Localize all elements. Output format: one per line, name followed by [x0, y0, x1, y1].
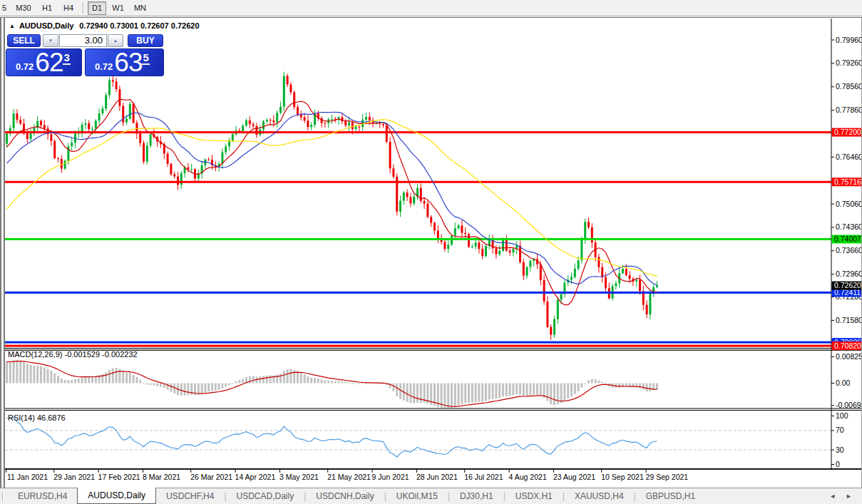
svg-text:21 May 2021: 21 May 2021	[327, 473, 371, 481]
sell-price-big: 62	[35, 50, 63, 76]
svg-text:0.75060: 0.75060	[836, 200, 862, 208]
chart-canvas[interactable]: MACD(12,26,9) -0.001529 -0.002232RSI(14)…	[0, 18, 862, 488]
tab-usdx-h1[interactable]: USDX,H1	[506, 488, 563, 504]
volume-increase-button[interactable]: ▲	[108, 34, 123, 47]
svg-text:17 Feb 2021: 17 Feb 2021	[98, 473, 140, 481]
svg-text:28 Jun 2021: 28 Jun 2021	[416, 473, 458, 481]
window-border-left-edge	[4, 18, 5, 488]
tab-xauusd-h4[interactable]: XAUUSD,H4	[565, 488, 634, 504]
sell-price-sup: 3	[63, 51, 70, 65]
svg-text:0.78560: 0.78560	[836, 82, 862, 91]
chart-title: ▲AUDUSD,Daily0.72940 0.73001 0.72607 0.7…	[9, 21, 200, 30]
svg-text:0.70820: 0.70820	[834, 341, 861, 350]
svg-text:29 Sep 2021: 29 Sep 2021	[646, 473, 689, 481]
svg-text:0.79260: 0.79260	[836, 58, 862, 67]
svg-text:29 Jan 2021: 29 Jan 2021	[53, 473, 95, 481]
svg-text:70: 70	[836, 426, 844, 434]
svg-text:10 Sep 2021: 10 Sep 2021	[601, 473, 644, 481]
svg-text:8 Mar 2021: 8 Mar 2021	[143, 473, 180, 481]
svg-text:4 Aug 2021: 4 Aug 2021	[509, 473, 547, 481]
svg-text:30: 30	[836, 446, 844, 454]
buy-price-sup: 5	[142, 51, 149, 65]
timeframe-button-h4[interactable]: H4	[58, 1, 78, 15]
svg-text:23 Aug 2021: 23 Aug 2021	[553, 473, 595, 481]
collapse-arrow-icon[interactable]: ▲	[9, 23, 15, 29]
sell-button[interactable]: SELL	[7, 34, 41, 47]
buy-button[interactable]: BUY	[128, 34, 163, 47]
svg-text:100: 100	[836, 411, 848, 420]
svg-text:0.72620: 0.72620	[834, 281, 861, 289]
svg-text:-0.006982: -0.006982	[836, 401, 862, 409]
svg-text:0.71580: 0.71580	[836, 316, 862, 324]
svg-text:0.77200: 0.77200	[834, 128, 861, 136]
tab-usdchf-h4[interactable]: USDCHF,H4	[156, 488, 224, 504]
svg-text:0.74360: 0.74360	[836, 222, 862, 231]
tab-scroll-left-icon[interactable]: ◄	[829, 493, 836, 500]
toolbar-separator	[83, 2, 83, 14]
svg-text:16 Jul 2021: 16 Jul 2021	[464, 473, 503, 481]
svg-text:0.79960: 0.79960	[836, 36, 862, 44]
svg-text:3 May 2021: 3 May 2021	[279, 473, 319, 481]
svg-text:9 Jun 2021: 9 Jun 2021	[372, 473, 409, 481]
svg-text:11 Jan 2021: 11 Jan 2021	[7, 473, 48, 481]
svg-text:0.72960: 0.72960	[836, 269, 862, 278]
svg-text:14 Apr 2021: 14 Apr 2021	[235, 473, 276, 481]
tab-eurusd-h4[interactable]: EURUSD,H4	[8, 488, 77, 504]
one-click-trading-panel: SELL ▼ 3.00 ▲ BUY 0.72 62 3 0.72 63 5	[6, 33, 165, 77]
buy-price-big: 63	[114, 50, 142, 76]
svg-text:0: 0	[836, 460, 840, 468]
timeframe-toolbar: 5M30H1H4D1W1MN	[0, 0, 862, 16]
timeframe-button-mn[interactable]: MN	[130, 1, 150, 15]
volume-decrease-button[interactable]: ▼	[43, 34, 58, 47]
svg-text:26 Mar 2021: 26 Mar 2021	[190, 473, 232, 481]
svg-text:0.74007: 0.74007	[834, 235, 861, 243]
svg-text:0.00: 0.00	[836, 379, 851, 387]
chart-tab-bar: EURUSD,H4AUDUSD,DailyUSDCHF,H4|USDCAD,Da…	[0, 488, 862, 504]
sell-price-display[interactable]: 0.72 62 3	[6, 48, 82, 76]
timeframe-button-w1[interactable]: W1	[108, 1, 128, 15]
svg-text:0.73660: 0.73660	[836, 246, 862, 254]
tab-ukoil-m15[interactable]: UKOil,M15	[386, 488, 448, 504]
timeframe-button-h1[interactable]: H1	[37, 1, 57, 15]
chart-window: MACD(12,26,9) -0.001529 -0.002232RSI(14)…	[0, 17, 862, 488]
timeframe-button-m30[interactable]: M30	[11, 1, 36, 15]
chart-ohlc-values: 0.72940 0.73001 0.72607 0.72620	[79, 21, 199, 30]
chart-symbol-label: AUDUSD,Daily	[19, 21, 73, 30]
tabbar-gripper	[2, 492, 4, 501]
tab-usdcnh-daily[interactable]: USDCNH,Daily	[306, 488, 384, 504]
tab-audusd-daily[interactable]: AUDUSD,Daily	[77, 488, 156, 504]
buy-price-main: 0.72	[95, 61, 113, 72]
buy-price-display[interactable]: 0.72 63 5	[85, 48, 164, 76]
svg-text:MACD(12,26,9) -0.001529 -0.002: MACD(12,26,9) -0.001529 -0.002232	[8, 350, 138, 359]
tab-gbpusd-h1[interactable]: GBPUSD,H1	[636, 488, 705, 504]
volume-input[interactable]: 3.00	[59, 34, 107, 47]
sell-price-main: 0.72	[16, 61, 34, 72]
svg-text:0.76460: 0.76460	[836, 153, 862, 161]
tab-dj30-h1[interactable]: DJ30,H1	[450, 488, 503, 504]
timeframe-button-d1[interactable]: D1	[88, 1, 106, 15]
svg-text:0.77860: 0.77860	[836, 106, 862, 114]
timeframe-button-5[interactable]: 5	[1, 1, 10, 15]
svg-text:0.008253: 0.008253	[836, 352, 862, 361]
tab-usdcad-daily[interactable]: USDCAD,Daily	[227, 488, 304, 504]
svg-text:RSI(14) 46.6876: RSI(14) 46.6876	[8, 413, 66, 422]
tab-scroll-right-icon[interactable]: ►	[846, 493, 852, 500]
svg-text:0.75716: 0.75716	[834, 178, 861, 186]
